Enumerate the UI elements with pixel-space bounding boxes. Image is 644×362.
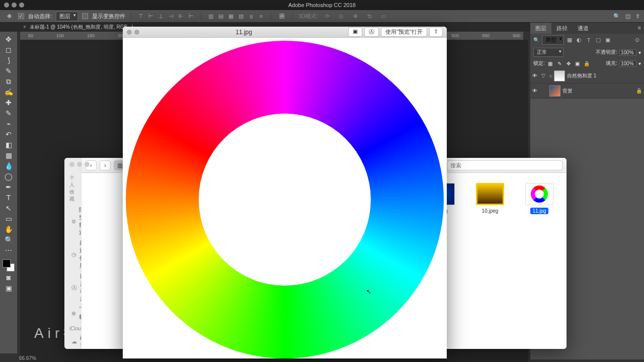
visibility-icon[interactable]: 👁	[532, 88, 539, 94]
file-item[interactable]: 10.jpeg	[473, 183, 507, 214]
marquee-tool-icon[interactable]: ◻	[3, 45, 15, 54]
filter-adjust-icon[interactable]: ◐	[575, 36, 583, 44]
distribute-v-icon[interactable]: ▤	[217, 12, 225, 20]
eraser-tool-icon[interactable]: ◧	[3, 140, 15, 149]
screenmode-icon[interactable]: ▣	[3, 284, 15, 293]
layer-name[interactable]: 背景	[562, 87, 573, 95]
opacity-dropdown-icon[interactable]: ▾	[638, 50, 641, 55]
layer-thumbnail[interactable]	[549, 85, 560, 97]
share-icon[interactable]: ⇧	[429, 27, 443, 37]
close-icon[interactable]	[127, 30, 132, 35]
filter-type-icon[interactable]: T	[585, 36, 593, 44]
lock-position-icon[interactable]: ✥	[565, 60, 572, 67]
brush-tool-icon[interactable]: ✎	[3, 109, 15, 118]
filter-toggle-icon[interactable]: ⊙	[633, 36, 641, 44]
mode3d-pan-icon[interactable]: ✥	[350, 11, 360, 21]
shape-tool-icon[interactable]: ▭	[3, 214, 15, 223]
path-select-icon[interactable]: ↖	[3, 204, 15, 213]
lock-image-icon[interactable]: ✎	[556, 60, 563, 67]
layer-row[interactable]: 👁 背景 🔒	[530, 83, 644, 99]
document-tab[interactable]: × 未标题-1 @ 104% (色相_饱和度, 明度, RGB...)	[20, 23, 136, 32]
move-tool-icon[interactable]: ✥	[3, 35, 15, 44]
distribute-v2-icon[interactable]: ▧	[237, 12, 245, 20]
sidebar-item-apps[interactable]: Ⓐ应用程序	[64, 271, 81, 304]
preview-titlebar[interactable]: 11.jpg ▣ Ⓐ 使用"预览"打开 ⇧	[123, 27, 447, 38]
filter-pixel-icon[interactable]: ▦	[566, 36, 574, 44]
mode3d-zoom-icon[interactable]: ▭	[378, 11, 388, 21]
layer-name[interactable]: 自然饱和度 1	[567, 72, 596, 79]
fill-input[interactable]	[619, 60, 636, 67]
open-with-preview-button[interactable]: 使用"预览"打开	[381, 27, 427, 37]
zoom-tool-icon[interactable]: 🔍	[3, 235, 15, 244]
tab-paths[interactable]: 路径	[551, 23, 573, 34]
lock-all-icon[interactable]: 🔒	[583, 60, 590, 67]
auto-select-checkbox[interactable]	[18, 13, 24, 19]
visibility-icon[interactable]: 👁	[532, 73, 539, 78]
blend-mode-dropdown[interactable]: 正常	[533, 48, 564, 57]
fill-dropdown-icon[interactable]: ▾	[638, 61, 641, 66]
eyedropper-tool-icon[interactable]: ✍	[3, 87, 15, 97]
healing-tool-icon[interactable]: ✚	[3, 98, 15, 107]
lock-transparency-icon[interactable]: ▦	[547, 60, 554, 67]
blur-tool-icon[interactable]: 💧	[3, 161, 15, 170]
distribute-h2-icon[interactable]: ▦	[227, 12, 235, 20]
layer-row[interactable]: 👁 ▽ ⎋ 自然饱和度 1	[530, 68, 644, 83]
maximize-window-icon[interactable]	[19, 3, 24, 8]
opacity-input[interactable]	[619, 49, 636, 56]
filter-type-dropdown[interactable]: 类型	[542, 35, 564, 45]
tab-layers[interactable]: 图层	[530, 23, 551, 34]
type-tool-icon[interactable]: T	[3, 193, 15, 202]
mode3d-slide-icon[interactable]: ⇆	[364, 11, 374, 21]
gradient-tool-icon[interactable]: ▦	[3, 151, 15, 160]
share-icon[interactable]: ⇧	[635, 13, 640, 20]
link-icon[interactable]: ⎋	[549, 73, 552, 78]
sidebar-item-icloud[interactable]: ☁iCloud 云盘	[64, 333, 81, 349]
hand-tool-icon[interactable]: ✋	[3, 225, 15, 234]
sidebar-item-recent[interactable]: ◷最近使用	[64, 238, 81, 271]
align-vcenter-icon[interactable]: ⊢	[147, 12, 155, 20]
search-input[interactable]	[447, 160, 562, 170]
align-top-icon[interactable]: ⊤	[137, 12, 145, 20]
markup-icon[interactable]: Ⓐ	[364, 27, 379, 37]
tab-channels[interactable]: 通道	[573, 23, 594, 34]
quick-select-tool-icon[interactable]: ✎	[3, 66, 15, 75]
search-icon[interactable]: 🔍	[613, 13, 620, 20]
open-in-finder-icon[interactable]: ▣	[348, 27, 362, 37]
edit-toolbar-icon[interactable]: ⋯	[3, 246, 15, 255]
lasso-tool-icon[interactable]: ⟆	[3, 56, 15, 65]
sidebar-item-downloads[interactable]: ⊕下载	[64, 304, 81, 322]
filter-smart-icon[interactable]: ▣	[604, 36, 612, 44]
align-left-icon[interactable]: ⊣	[167, 12, 175, 20]
close-icon[interactable]	[69, 162, 74, 167]
pen-tool-icon[interactable]: ✒	[3, 183, 15, 192]
align-hcenter-icon[interactable]: ⊩	[177, 12, 185, 20]
clone-tool-icon[interactable]: ⌁	[3, 119, 15, 128]
distribute-h-icon[interactable]: ▥	[207, 12, 215, 20]
foreground-color-swatch[interactable]	[3, 259, 11, 267]
mode3d-orbit-icon[interactable]: ⟳	[322, 11, 332, 21]
filter-shape-icon[interactable]: ▢	[594, 36, 602, 44]
minimize-icon[interactable]	[134, 30, 139, 35]
align-bottom-icon[interactable]: ⊥	[157, 12, 165, 20]
file-name[interactable]: 10.jpeg	[480, 208, 501, 214]
lock-artboard-icon[interactable]: ▣	[574, 60, 581, 67]
mode3d-roll-icon[interactable]: ◎	[336, 11, 346, 21]
distribute-spacing-v-icon[interactable]: ≡	[257, 12, 265, 20]
align-right-icon[interactable]: ⊢	[187, 12, 195, 20]
panel-menu-icon[interactable]: ≡	[635, 23, 644, 34]
distribute-spacing-h-icon[interactable]: ⫼	[247, 12, 255, 20]
twirl-icon[interactable]: ▽	[541, 73, 547, 78]
show-transform-checkbox[interactable]	[82, 13, 88, 19]
forward-button[interactable]: ›	[100, 160, 111, 170]
layer-thumbnail[interactable]	[554, 70, 565, 81]
close-tab-icon[interactable]: ×	[23, 24, 26, 30]
minimize-window-icon[interactable]	[12, 3, 17, 8]
quickmask-icon[interactable]: ◙	[3, 273, 15, 282]
preview-content[interactable]	[123, 38, 447, 358]
move-tool-icon[interactable]: ✥	[4, 11, 14, 21]
minimize-icon[interactable]	[77, 162, 82, 167]
color-swatches[interactable]	[3, 259, 15, 272]
dodge-tool-icon[interactable]: ◯	[3, 172, 15, 181]
file-item[interactable]: 11.jpg	[522, 183, 556, 214]
history-brush-icon[interactable]: ↶	[3, 130, 15, 139]
